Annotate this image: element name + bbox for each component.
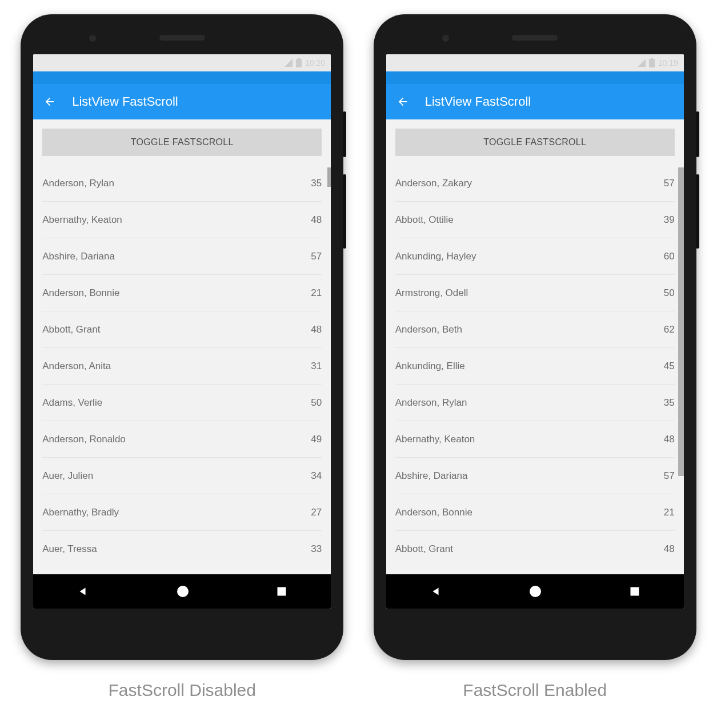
phone-frame: 10:19 ListView FastScroll TOGGLE FASTSCR…	[374, 14, 696, 660]
svg-point-0	[177, 586, 189, 597]
list-item-value: 21	[664, 507, 675, 518]
list-item[interactable]: Abernathy, Bradly27	[42, 494, 322, 531]
nav-recents-icon[interactable]	[276, 586, 287, 597]
toggle-container: TOGGLE FASTSCROLL	[386, 119, 684, 165]
list-item[interactable]: Anderson, Bonnie21	[395, 494, 675, 531]
front-camera	[442, 35, 449, 42]
list-item[interactable]: Anderson, Beth62	[395, 311, 675, 348]
content-area: TOGGLE FASTSCROLL Anderson, Rylan35 Aber…	[33, 119, 331, 574]
list-view[interactable]: Anderson, Zakary57 Abbott, Ottilie39 Ank…	[386, 165, 684, 574]
list-item[interactable]: Anderson, Rylan35	[42, 165, 322, 202]
screen: 10:20 ListView FastScroll TOGGLE FASTSCR…	[33, 54, 331, 609]
list-item-value: 27	[311, 507, 322, 518]
front-camera	[89, 35, 96, 42]
speaker-grill	[512, 35, 558, 41]
nav-bar	[33, 574, 331, 609]
nav-home-icon[interactable]	[528, 585, 542, 598]
signal-icon	[285, 59, 293, 67]
list-item[interactable]: Auer, Tressa33	[42, 531, 322, 567]
nav-bar	[386, 574, 684, 609]
volume-button-decor	[696, 174, 699, 249]
list-item-value: 60	[664, 251, 675, 262]
scrollbar-thumb[interactable]	[327, 167, 331, 187]
app-title: ListView FastScroll	[72, 94, 178, 109]
toggle-fastscroll-button[interactable]: TOGGLE FASTSCROLL	[395, 129, 675, 156]
power-button-decor	[696, 111, 699, 157]
list-item[interactable]: Anderson, Anita31	[42, 348, 322, 385]
battery-icon	[649, 59, 655, 67]
status-time: 10:20	[305, 58, 325, 67]
list-item-value: 34	[311, 470, 322, 482]
status-time: 10:19	[658, 58, 678, 67]
list-view[interactable]: Anderson, Rylan35 Abernathy, Keaton48 Ab…	[33, 165, 331, 574]
list-item[interactable]: Ankunding, Ellie45	[395, 348, 675, 385]
list-item[interactable]: Anderson, Zakary57	[395, 165, 675, 202]
nav-back-icon[interactable]	[77, 585, 89, 598]
list-item[interactable]: Anderson, Ronaldo49	[42, 421, 322, 458]
status-bar: 10:20	[33, 54, 331, 71]
speaker-grill	[159, 35, 205, 41]
toggle-fastscroll-button[interactable]: TOGGLE FASTSCROLL	[42, 129, 322, 156]
nav-back-icon[interactable]	[430, 585, 442, 598]
list-item-value: 49	[311, 434, 322, 445]
svg-point-2	[530, 586, 541, 597]
battery-icon	[296, 59, 302, 67]
action-bar: ListView FastScroll	[386, 84, 684, 119]
list-item[interactable]: Abbott, Grant48	[42, 311, 322, 348]
actionbar-shadow	[33, 71, 331, 84]
list-item[interactable]: Auer, Julien34	[42, 458, 322, 494]
device-right: 10:19 ListView FastScroll TOGGLE FASTSCR…	[374, 14, 696, 700]
caption-right: FastScroll Enabled	[463, 681, 607, 700]
list-item-name: Abernathy, Bradly	[42, 507, 119, 518]
list-item-name: Anderson, Anita	[42, 361, 111, 372]
status-bar: 10:19	[386, 54, 684, 71]
signal-icon	[638, 59, 646, 67]
back-arrow-icon[interactable]	[396, 95, 409, 108]
fastscroll-thumb[interactable]	[678, 167, 684, 476]
nav-home-icon[interactable]	[176, 585, 190, 598]
list-item-name: Anderson, Zakary	[395, 178, 472, 189]
list-item[interactable]: Abernathy, Keaton48	[42, 202, 322, 238]
nav-recents-icon[interactable]	[629, 586, 640, 597]
list-item-value: 48	[664, 543, 675, 555]
list-item[interactable]: Abernathy, Keaton48	[395, 421, 675, 458]
caption-left: FastScroll Disabled	[109, 681, 256, 700]
list-item-value: 62	[664, 324, 675, 335]
list-item[interactable]: Anderson, Rylan35	[395, 385, 675, 421]
list-item[interactable]: Armstrong, Odell50	[395, 275, 675, 311]
list-item-name: Ankunding, Ellie	[395, 361, 465, 372]
app-title: ListView FastScroll	[425, 94, 531, 109]
list-item-value: 21	[311, 287, 322, 299]
content-area: TOGGLE FASTSCROLL Anderson, Zakary57 Abb…	[386, 119, 684, 574]
list-item[interactable]: Abshire, Dariana57	[42, 238, 322, 275]
list-item-value: 50	[311, 397, 322, 409]
list-item-value: 48	[311, 324, 322, 335]
actionbar-shadow	[386, 71, 684, 84]
list-item[interactable]: Abshire, Dariana57	[395, 458, 675, 494]
back-arrow-icon[interactable]	[43, 95, 56, 108]
phone-frame: 10:20 ListView FastScroll TOGGLE FASTSCR…	[21, 14, 343, 660]
list-item-value: 45	[664, 361, 675, 372]
toggle-container: TOGGLE FASTSCROLL	[33, 119, 331, 165]
list-item-value: 31	[311, 361, 322, 372]
list-item-value: 39	[664, 214, 675, 226]
list-item[interactable]: Ankunding, Hayley60	[395, 238, 675, 275]
list-item-name: Anderson, Beth	[395, 324, 462, 335]
list-item[interactable]: Anderson, Bonnie21	[42, 275, 322, 311]
list-item-name: Anderson, Bonnie	[42, 287, 119, 299]
list-item-value: 48	[664, 434, 675, 445]
list-item-name: Abbott, Ottilie	[395, 214, 454, 226]
list-item-name: Anderson, Bonnie	[395, 507, 472, 518]
device-left: 10:20 ListView FastScroll TOGGLE FASTSCR…	[21, 14, 343, 700]
list-item-name: Abbott, Grant	[42, 324, 100, 335]
svg-rect-3	[630, 587, 639, 596]
list-item-name: Abbott, Grant	[395, 543, 453, 555]
list-item-value: 48	[311, 214, 322, 226]
list-item[interactable]: Abbott, Grant48	[395, 531, 675, 567]
list-item-name: Anderson, Rylan	[395, 397, 467, 409]
list-item-value: 57	[664, 178, 675, 189]
list-item-value: 33	[311, 543, 322, 555]
list-item[interactable]: Adams, Verlie50	[42, 385, 322, 421]
list-item[interactable]: Abbott, Ottilie39	[395, 202, 675, 238]
list-item-name: Abernathy, Keaton	[395, 434, 475, 445]
